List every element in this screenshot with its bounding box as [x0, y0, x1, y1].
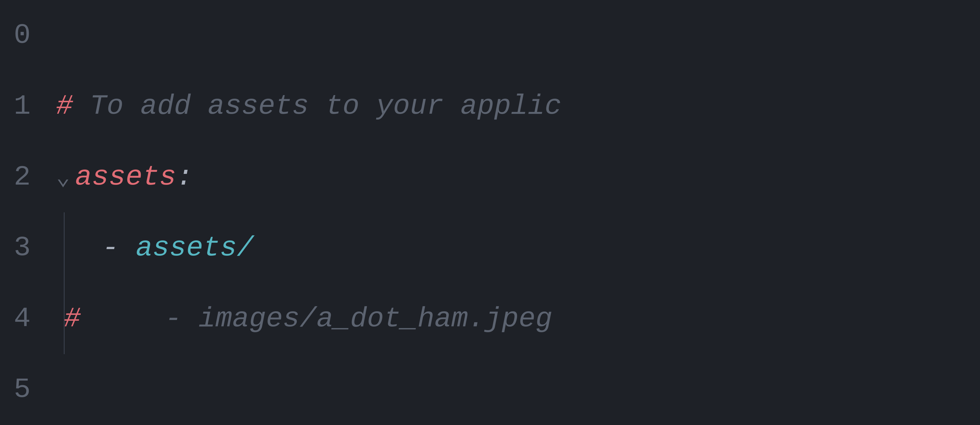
fold-arrow-2: ⌄ — [56, 163, 70, 191]
comment-hash-1: # — [56, 90, 73, 122]
line-number-3: 3 — [14, 212, 33, 283]
indent-line-3 — [64, 212, 65, 283]
line-number-0: 0 — [14, 0, 33, 71]
code-line-1: # To add assets to your applic — [56, 71, 980, 142]
code-line-2: ⌄ assets: — [56, 142, 980, 212]
code-area: # To add assets to your applic ⌄ assets:… — [41, 0, 980, 425]
value-assets: assets/ — [119, 232, 254, 264]
code-line-5 — [56, 354, 980, 425]
line-number-5: 5 — [14, 354, 33, 425]
code-line-4: # - images/a_dot_ham.jpeg — [56, 283, 980, 354]
dash-3: - — [102, 232, 119, 264]
line-numbers: 0 1 2 3 4 5 — [0, 0, 41, 425]
comment-dash-4: - — [165, 303, 182, 335]
line-number-1: 1 — [14, 71, 33, 142]
line-number-4: 4 — [14, 283, 33, 354]
comment-text-1: To add assets to your applic — [73, 90, 562, 122]
colon-assets: : — [176, 161, 193, 193]
line-number-2: 2 — [14, 142, 33, 212]
comment-value-4: images/a_dot_ham.jpeg — [182, 303, 552, 335]
code-line-3: - assets/ — [56, 212, 980, 283]
editor-container: 0 1 2 3 4 5 # To add assets to your appl… — [0, 0, 980, 425]
comment-hash-4: # — [64, 303, 81, 335]
key-assets: assets — [75, 161, 176, 193]
indent-line-4 — [64, 283, 65, 354]
comment-spaces-4 — [81, 303, 165, 335]
fold-indicator-2[interactable]: ⌄ — [56, 163, 70, 191]
code-line-0 — [56, 0, 980, 71]
